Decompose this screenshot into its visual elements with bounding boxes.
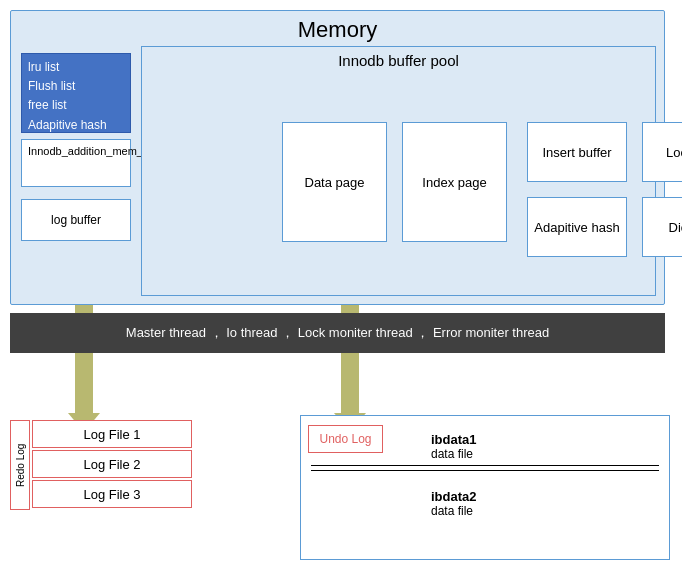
index-page-label: Index page <box>422 175 486 190</box>
log-file-1: Log File 1 <box>32 420 192 448</box>
lock-info-box: Lock info <box>642 122 682 182</box>
memory-container: Memory lru list Flush list free list Ada… <box>10 10 665 305</box>
lru-item-3: free list <box>28 96 124 115</box>
ibdata1-label: ibdata1 <box>431 432 669 447</box>
insert-buffer-box: Insert buffer <box>527 122 627 182</box>
log-buffer-box: log buffer <box>21 199 131 241</box>
ibdata2-label: ibdata2 <box>431 489 669 504</box>
redo-log-label: Redo Log <box>10 420 30 510</box>
data-page-box: Data page <box>282 122 387 242</box>
data-page-label: Data page <box>305 175 365 190</box>
lock-info-label: Lock info <box>666 145 682 160</box>
innodb-pool-title: Innodb buffer pool <box>142 47 655 75</box>
adaptive-hash-label: Adapitive hash <box>534 220 619 235</box>
undo-log-box: Undo Log <box>308 425 383 453</box>
ibdata2-row: ibdata2 data file <box>301 481 669 518</box>
innodb-buffer-pool: Innodb buffer pool Data page Index page … <box>141 46 656 296</box>
undo-log-label: Undo Log <box>319 432 371 446</box>
data-file-2-label: data file <box>431 504 669 518</box>
lru-item-4: Adapitive hash <box>28 116 124 135</box>
log-file-2: Log File 2 <box>32 450 192 478</box>
lru-box: lru list Flush list free list Adapitive … <box>21 53 131 133</box>
log-buffer-label: log buffer <box>51 213 101 227</box>
dict-info-box: Dict info <box>642 197 682 257</box>
divider-2 <box>311 470 659 471</box>
divider-1 <box>311 465 659 466</box>
dict-info-label: Dict info <box>669 220 682 235</box>
data-file-1-label: data file <box>431 447 669 461</box>
thread-bar: Master thread ， Io thread ， Lock moniter… <box>10 313 665 353</box>
index-page-box: Index page <box>402 122 507 242</box>
log-file-3: Log File 3 <box>32 480 192 508</box>
memory-title: Memory <box>11 11 664 47</box>
adaptive-hash-box: Adapitive hash <box>527 197 627 257</box>
insert-buffer-label: Insert buffer <box>542 145 611 160</box>
log-files: Log File 1 Log File 2 Log File 3 <box>32 420 192 510</box>
lru-item-1: lru list <box>28 58 124 77</box>
lru-item-2: Flush list <box>28 77 124 96</box>
addition-box: Innodb_addition_mem_pool_size <box>21 139 131 187</box>
thread-bar-label: Master thread ， Io thread ， Lock moniter… <box>126 324 549 342</box>
